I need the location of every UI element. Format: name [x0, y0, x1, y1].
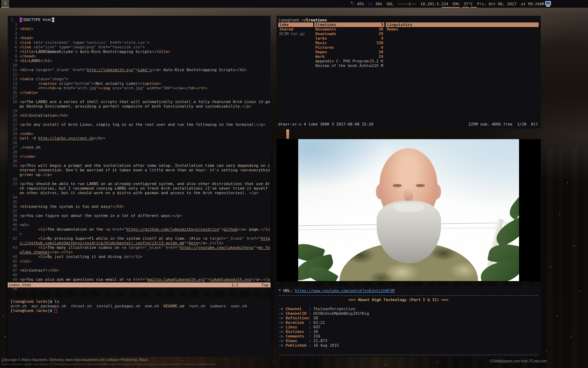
- vim-line[interactable]: 36<h3>Learning the system is fun and eas…: [8, 204, 271, 209]
- ranger-row[interactable]: Memes: [386, 27, 539, 32]
- ranger-entry-name: luke: [279, 22, 312, 27]
- vim-line[interactable]: 6<link rel="icon" type="image/png" href=…: [8, 45, 271, 49]
- vim-line[interactable]: 45</ul>: [8, 259, 271, 264]
- vim-line[interactable]: 9<h1>LARBS</h1>: [8, 59, 271, 63]
- vim-line[interactable]: 5<link rel='stylesheet' type='text/css' …: [8, 40, 271, 45]
- vim-line[interactable]: 43 <li>The many illustrative videos on <…: [8, 245, 271, 254]
- vim-line-number: 11: [8, 68, 20, 72]
- vim-line[interactable]: 48: [8, 273, 271, 277]
- vim-line[interactable]: 7<title>LARBS&mdash;Luke's Auto-Rice Boo…: [8, 49, 271, 54]
- vim-line[interactable]: 11<h2><a target="_blank" href="http://lu…: [8, 68, 271, 72]
- ranger-row[interactable]: DCIM.tar.gz: [278, 32, 313, 36]
- monitor-foot: [546, 6, 550, 7]
- vim-line-content: <h3>Contact!</h3>: [20, 268, 271, 273]
- ranger-row[interactable]: Work24: [314, 54, 384, 59]
- volume-slider[interactable]: [398, 4, 416, 4]
- vim-line-content: [20, 273, 271, 277]
- vim-line[interactable]: 44 <li>By just installing it and diving …: [8, 254, 271, 259]
- vim-line[interactable]: 12: [8, 72, 271, 77]
- vim-line[interactable]: 13<table class="image">: [8, 77, 271, 81]
- vim-line[interactable]: 4<head>: [8, 36, 271, 40]
- ranger-row[interactable]: Repos20: [314, 50, 384, 54]
- info-field-label: Views: [286, 339, 309, 343]
- mpv-video-window[interactable]: [276, 139, 541, 281]
- volume-slider-handle[interactable]: [410, 2, 410, 6]
- vim-line[interactable]: 19: [8, 109, 271, 113]
- vim-line[interactable]: 18<p>The LARBS are a series of shell scr…: [8, 100, 271, 109]
- vim-line[interactable]: 23: [8, 127, 271, 131]
- vim-line[interactable]: 17: [8, 95, 271, 100]
- ranger-row[interactable]: Shared: [278, 27, 313, 32]
- vim-line[interactable]: 20<h3>Installation</h3>: [8, 113, 271, 118]
- vim-line[interactable]: 40<ul>: [8, 223, 271, 227]
- ranger-row[interactable]: Appendix C- PhD Program.docx23.2 K: [314, 59, 384, 63]
- vim-line[interactable]: 3: [8, 31, 271, 36]
- ranger-row[interactable]: Downloads29: [314, 32, 384, 36]
- wallpaper-lit-building-sliver: [286, 129, 289, 139]
- info-field-colon: :: [309, 316, 313, 320]
- youtube-url-link[interactable]: https://www.youtube.com/watch?v=6Jntc2n6…: [295, 288, 394, 293]
- ranger-row[interactable]: Linguistics: [386, 22, 539, 27]
- memory-module: M: 45%: [351, 1, 364, 6]
- vim-buffer[interactable]: 1<!DOCTYPE html>12<html>34<head>5<link r…: [8, 18, 271, 291]
- vim-line[interactable]: 21: [8, 118, 271, 122]
- vim-line[interactable]: 1<!DOCTYPE html>: [8, 18, 271, 22]
- vim-line[interactable]: 22<p>In any install of Arch Linux, simpl…: [8, 122, 271, 127]
- vim-line[interactable]: 31<p>This will begin a prompt and the in…: [8, 163, 271, 177]
- blank-line: [279, 302, 539, 307]
- shell-prompt-line[interactable]: [luke@leeb larbs]$: [10, 308, 268, 313]
- vim-line[interactable]: 16</table>: [8, 90, 271, 95]
- vim-line[interactable]: 32: [8, 177, 271, 182]
- tray-computer-icon[interactable]: [545, 1, 552, 7]
- vim-line[interactable]: 30: [8, 159, 271, 163]
- vim-line[interactable]: 25curl -O http://larbs.xyz/root.sh</br>: [8, 136, 271, 141]
- vim-line-content: [20, 118, 271, 122]
- ranger-row[interactable]: Documents30: [314, 27, 384, 32]
- info-field-label: Published: [286, 343, 309, 348]
- vim-line[interactable]: 29</code>: [8, 154, 271, 159]
- vim-terminal-window[interactable]: 1<!DOCTYPE html>12<html>34<head>5<link r…: [8, 16, 271, 291]
- video-info-terminal[interactable]: * URL: https://www.youtube.com/watch?v=6…: [276, 286, 541, 357]
- ranger-row[interactable]: Pictures6: [314, 45, 384, 50]
- vim-line[interactable]: 24<code>: [8, 131, 271, 136]
- vim-line[interactable]: 38<p>You can figure out about the system…: [8, 213, 271, 218]
- vim-line[interactable]: 33<p>You should be able to run LARBS on …: [8, 182, 271, 195]
- volume-label: VOL: [386, 2, 393, 6]
- shell-terminal-window[interactable]: [luke@leeb larbs]$ ls arch.sh aur_packag…: [8, 297, 271, 357]
- vim-line-number: 14: [8, 81, 20, 86]
- ranger-row[interactable]: larbs9: [314, 36, 384, 41]
- ranger-current-path: ~/Creations: [301, 18, 327, 22]
- vim-line[interactable]: 27./root.sh: [8, 145, 271, 150]
- vim-line[interactable]: 10: [8, 63, 271, 68]
- workspace-button[interactable]: 1: [1, 0, 9, 8]
- vim-line[interactable]: 8</head>: [8, 54, 271, 59]
- ip-underline: [442, 7, 460, 8]
- vim-line[interactable]: 46: [8, 264, 271, 268]
- vim-line[interactable]: 2<html>: [8, 27, 271, 31]
- vim-line[interactable]: 42 <li>By pressing Super+F1 while in the…: [8, 236, 271, 245]
- info-field-row: -> ChannelID : UChBsOxskMpDmBAsgJ91fKcg: [279, 311, 539, 316]
- ranger-row[interactable]: Creations3: [314, 22, 384, 27]
- vim-line-number: 25: [8, 136, 20, 141]
- ranger-row[interactable]: Review of the book Ashtadhya~.mkv225 M: [314, 63, 384, 68]
- ranger-window[interactable]: luke@leeb ~/Creations lukeSharedDCIM.tar…: [276, 16, 541, 129]
- vim-line[interactable]: 14 <caption align="bottom">(Not actually…: [8, 81, 271, 86]
- vim-line[interactable]: 41 <li>The documentation on the <a href=…: [8, 227, 271, 236]
- vim-line[interactable]: 35: [8, 200, 271, 204]
- vim-line[interactable]: 39: [8, 218, 271, 223]
- vim-line[interactable]: 34: [8, 195, 271, 200]
- vim-line[interactable]: 1: [8, 22, 271, 27]
- vim-line[interactable]: 26: [8, 141, 271, 145]
- ranger-entry-count: 6: [381, 45, 383, 50]
- video-frame[interactable]: [298, 139, 519, 281]
- ranger-row[interactable]: luke: [278, 22, 313, 27]
- info-field-label: Channel: [286, 307, 309, 311]
- info-field-colon: :: [309, 307, 313, 311]
- statusbar-modules: M: 45%♪: 36%VOL 10.201.5.23499%37°CFri, …: [351, 0, 544, 8]
- vim-line[interactable]: 37: [8, 209, 271, 213]
- vim-line[interactable]: 28: [8, 150, 271, 154]
- shell-cursor[interactable]: [55, 309, 57, 313]
- ranger-row[interactable]: Music330: [314, 41, 384, 45]
- vim-line[interactable]: 15 <tr><td><a href="arch.jpg"><img src="…: [8, 86, 271, 90]
- vim-line[interactable]: 47<h3>Contact!</h3>: [8, 268, 271, 273]
